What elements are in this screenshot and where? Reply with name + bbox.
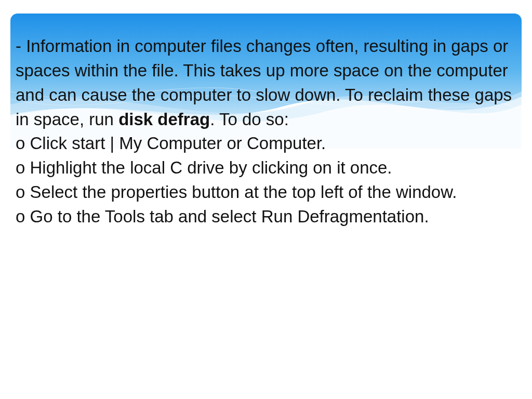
step-2: o Highlight the local C drive by clickin…	[16, 156, 516, 180]
slide: - Information in computer files changes …	[10, 14, 522, 385]
intro-text: - Information in computer files changes …	[16, 36, 512, 129]
slide-text: - Information in computer files changes …	[16, 34, 516, 229]
intro-tail: . To do so:	[210, 110, 289, 129]
step-4: o Go to the Tools tab and select Run Def…	[16, 205, 516, 229]
intro-bold: disk defrag	[118, 110, 210, 129]
step-1: o Click start | My Computer or Computer.	[16, 131, 516, 156]
step-3: o Select the properties button at the to…	[16, 180, 516, 205]
